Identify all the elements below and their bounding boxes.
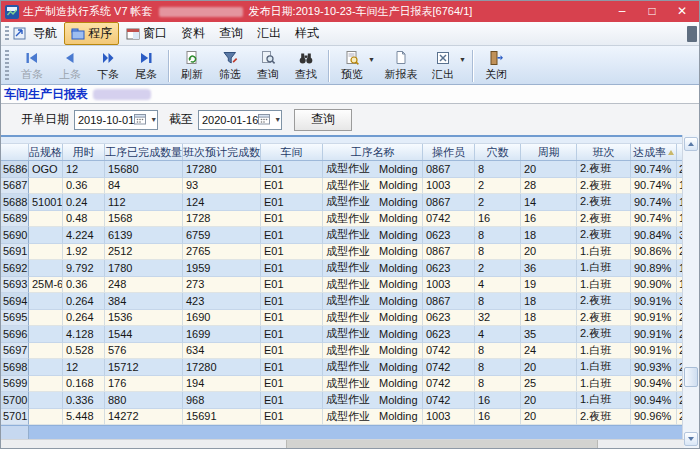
close-button[interactable]: ✕ (669, 1, 695, 22)
row-number-cell[interactable]: 5701 (1, 409, 29, 426)
operator-cell: 0867 (423, 194, 475, 211)
scroll-up-button[interactable] (684, 137, 698, 151)
table-row[interactable]: 5691 1.92 2512 2765 E01 成型作业 Molding 086… (1, 244, 684, 261)
row-number-cell[interactable]: 5686 (1, 161, 29, 178)
last-record-button[interactable]: 尾条 (127, 48, 165, 81)
col-header-cavity[interactable]: 穴数 (475, 144, 521, 160)
date-from-dropdown-icon[interactable]: ▼ (147, 116, 160, 123)
vertical-scrollbar-thumb[interactable] (684, 367, 698, 387)
col-header-plan-qty[interactable]: 班次预计完成数 (183, 144, 261, 160)
row-number-cell[interactable]: 5690 (1, 227, 29, 244)
col-header-spec[interactable]: 品规格 (29, 144, 63, 160)
menu-item-program[interactable]: 程序 (64, 22, 119, 45)
hours-cell: 4.128 (63, 326, 105, 343)
table-row[interactable]: 5692 9.792 1780 1959 E01 成型作业 Molding 06… (1, 260, 684, 277)
plan-qty-cell: 1959 (183, 260, 261, 277)
cycle-cell: 36 (521, 260, 577, 277)
plan-qty-cell: 124 (183, 194, 261, 211)
table-row[interactable]: 5694 0.264 384 423 E01 成型作业 Molding 0867… (1, 293, 684, 310)
table-row[interactable]: 5699 0.168 176 194 E01 成型作业 Molding 0742… (1, 376, 684, 393)
col-header-cycle[interactable]: 周期 (521, 144, 577, 160)
find-button[interactable]: 查找 (287, 48, 325, 81)
table-row[interactable]: 5689 0.48 1568 1728 E01 成型作业 Molding 074… (1, 211, 684, 228)
table-row[interactable]: 5700 0.336 880 968 E01 成型作业 Molding 0742… (1, 392, 684, 409)
first-record-button[interactable]: 首条 (13, 48, 51, 81)
row-number-cell[interactable]: 5694 (1, 293, 29, 310)
workshop-cell: E01 (261, 310, 323, 327)
workshop-cell: E01 (261, 161, 323, 178)
row-number-cell[interactable]: 5699 (1, 376, 29, 393)
empty-selected-row[interactable] (1, 425, 684, 439)
table-row[interactable]: 5697 0.528 576 634 E01 成型作业 Molding 0742… (1, 343, 684, 360)
previous-record-icon (62, 49, 78, 67)
row-number-cell[interactable]: 5689 (1, 211, 29, 228)
export-dropdown-icon[interactable]: ▼ (459, 56, 466, 63)
rate-cell: 90.91% (631, 343, 677, 360)
table-row[interactable]: 5686 OGO 12 15680 17280 E01 成型作业 Molding… (1, 161, 684, 178)
cavity-cell: 16 (475, 392, 521, 409)
menubar-grip-handle[interactable] (5, 26, 9, 42)
previous-record-button[interactable]: 上条 (51, 48, 89, 81)
row-number-header[interactable] (1, 144, 29, 160)
filter-button[interactable]: 筛选 (211, 48, 249, 81)
process-en: Molding (379, 311, 418, 323)
row-number-cell[interactable]: 5698 (1, 359, 29, 376)
menubar-overflow-icon[interactable] (687, 26, 697, 42)
row-number-cell[interactable]: 5696 (1, 326, 29, 343)
col-header-done-qty[interactable]: 工序已完成数量 (105, 144, 183, 160)
horizontal-scrollbar-thumb[interactable] (286, 440, 598, 448)
process-cn: 成型作业 (326, 211, 370, 226)
process-cell: 成型作业 Molding (323, 260, 423, 277)
close-form-button[interactable]: 关闭 (477, 48, 515, 81)
new-report-button[interactable]: 新报表 (378, 48, 424, 81)
table-row[interactable]: 5695 0.264 1536 1690 E01 成型作业 Molding 06… (1, 310, 684, 327)
maximize-button[interactable]: □ (639, 1, 665, 22)
table-row[interactable]: 5696 4.128 1544 1699 E01 成型作业 Molding 06… (1, 326, 684, 343)
date-from-field[interactable]: 2019-10-01 ▼ (74, 110, 158, 130)
table-row[interactable]: 5701 5.448 14272 15691 E01 成型作业 Molding … (1, 409, 684, 426)
date-to-field[interactable]: 2020-01-16 ▼ (198, 110, 282, 130)
col-header-shift[interactable]: 班次 (577, 144, 631, 160)
horizontal-scrollbar[interactable] (1, 439, 684, 448)
process-en: Molding (379, 229, 418, 241)
refresh-button[interactable]: 刷新 (173, 48, 211, 81)
row-number-cell[interactable]: 5691 (1, 244, 29, 261)
col-header-operator[interactable]: 操作员 (423, 144, 475, 160)
col-header-process[interactable]: 工序名称 (323, 144, 423, 160)
menu-item-export[interactable]: 汇出 (250, 22, 288, 45)
vertical-scrollbar[interactable] (682, 135, 699, 448)
done-qty-cell: 576 (105, 343, 183, 360)
col-header-workshop[interactable]: 车间 (261, 144, 323, 160)
next-record-button[interactable]: 下条 (89, 48, 127, 81)
menu-item-query[interactable]: 查询 (212, 22, 250, 45)
menu-item-data[interactable]: 资料 (174, 22, 212, 45)
row-number-cell[interactable]: 5688 (1, 194, 29, 211)
col-header-hours[interactable]: 用时 (63, 144, 105, 160)
table-row[interactable]: 5690 4.224 6139 6759 E01 成型作业 Molding 06… (1, 227, 684, 244)
rate-cell: 90.74% (631, 178, 677, 195)
preview-button[interactable]: 预览 (333, 48, 371, 81)
preview-dropdown-icon[interactable]: ▼ (368, 56, 375, 63)
rate-cell: 90.74% (631, 194, 677, 211)
query-button[interactable]: 查询 (294, 109, 352, 131)
row-number-cell[interactable]: 5692 (1, 260, 29, 277)
export-button[interactable]: 汇出 (424, 48, 462, 81)
menu-item-navigate[interactable]: 导航 (26, 22, 64, 45)
scroll-down-button[interactable] (684, 432, 698, 446)
toolbar-grip-handle[interactable] (5, 50, 9, 80)
date-to-dropdown-icon[interactable]: ▼ (271, 116, 284, 123)
query-toolbar-button[interactable]: 查询 (249, 48, 287, 81)
menu-item-window[interactable]: 窗口 (119, 22, 174, 45)
table-row[interactable]: 5687 0.36 84 93 E01 成型作业 Molding 1003 2 … (1, 178, 684, 195)
row-number-cell[interactable]: 5697 (1, 343, 29, 360)
row-number-cell[interactable]: 5700 (1, 392, 29, 409)
table-row[interactable]: 5693 25M-61 0.36 248 273 E01 成型作业 Moldin… (1, 277, 684, 294)
table-row[interactable]: 5698 12 15712 17280 E01 成型作业 Molding 074… (1, 359, 684, 376)
table-row[interactable]: 5688 510010 0.24 112 124 E01 成型作业 Moldin… (1, 194, 684, 211)
minimize-button[interactable]: – (609, 1, 635, 22)
row-number-cell[interactable]: 5693 (1, 277, 29, 294)
row-number-cell[interactable]: 5695 (1, 310, 29, 327)
row-number-cell[interactable]: 5687 (1, 178, 29, 195)
col-header-rate[interactable]: 达成率 (631, 144, 677, 160)
menu-item-style[interactable]: 样式 (288, 22, 326, 45)
